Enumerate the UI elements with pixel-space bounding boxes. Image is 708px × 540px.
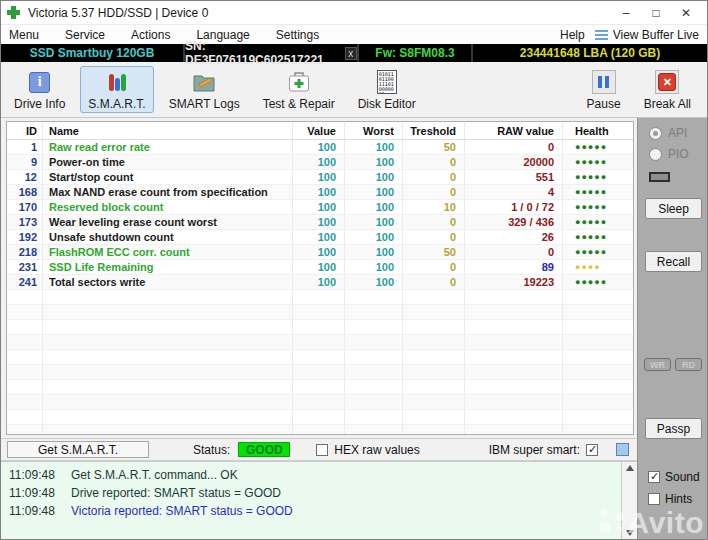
table-row[interactable]: 168Max NAND erase count from specificati… — [7, 185, 633, 200]
cell-raw-value: 89 — [465, 260, 563, 274]
table-row[interactable]: 173Wear leveling erase count worst100100… — [7, 215, 633, 230]
cell-value: 100 — [293, 260, 345, 274]
drive-info-icon — [29, 72, 50, 93]
cell-worst: 100 — [345, 170, 403, 184]
folder-pencil-icon — [191, 69, 217, 95]
empty-table-row — [7, 290, 633, 305]
cell-id: 231 — [7, 260, 43, 274]
close-button[interactable]: ✕ — [671, 6, 701, 20]
cell-id: 192 — [7, 230, 43, 244]
table-row[interactable]: 192Unsafe shutdown count100100026●●●●● — [7, 230, 633, 245]
log-timestamp: 11:09:48 — [1, 486, 55, 500]
sound-checkbox[interactable]: Sound — [648, 470, 700, 484]
cell-treshold: 50 — [403, 140, 465, 154]
pause-button[interactable]: Pause — [579, 66, 629, 113]
pio-radio[interactable]: PIO — [649, 147, 689, 161]
view-buffer-live-button[interactable]: View Buffer Live — [595, 28, 707, 42]
wr-button[interactable]: WR — [644, 358, 671, 371]
maximize-button[interactable]: □ — [641, 6, 671, 20]
table-row[interactable]: 9Power-on time100100020000●●●●● — [7, 155, 633, 170]
smart-button[interactable]: S.M.A.R.T. — [80, 66, 153, 113]
first-aid-icon — [286, 69, 312, 95]
health-dots-icon: ●●●● — [563, 260, 633, 274]
health-dots-icon: ●●●●● — [563, 275, 633, 289]
table-row[interactable]: 241Total sectors write100100019223●●●●● — [7, 275, 633, 290]
smart-logs-button[interactable]: SMART Logs — [161, 66, 248, 113]
cell-raw-value: 0 — [465, 140, 563, 154]
smart-control-bar: Get S.M.A.R.T. Status: GOOD HEX raw valu… — [1, 438, 637, 461]
scroll-up-icon[interactable] — [626, 465, 634, 471]
empty-table-row — [7, 380, 633, 395]
hex-checkbox-box[interactable] — [316, 444, 328, 456]
disk-editor-button[interactable]: 0101101100111010000001 Disk Editor — [350, 66, 424, 113]
health-dots-icon: ●●●●● — [563, 245, 633, 259]
right-sidebar: API PIO Sleep Recall WR RD Passp Sound H… — [637, 118, 707, 539]
cell-id: 12 — [7, 170, 43, 184]
cell-id: 170 — [7, 200, 43, 214]
column-header-name: Name — [43, 122, 293, 139]
column-header-raw-value: RAW value — [465, 122, 563, 139]
ibm-super-smart-checkbox[interactable]: IBM super smart: — [489, 443, 629, 457]
cell-raw-value: 329 / 436 — [465, 215, 563, 229]
menu-bar: MenuServiceActionsLanguageSettings Help … — [1, 25, 707, 44]
log-scrollbar[interactable] — [621, 462, 637, 539]
serial-close-icon[interactable]: x — [345, 47, 357, 60]
log-entry: 11:09:48Get S.M.A.R.T. command... OK — [1, 466, 621, 484]
cell-worst: 100 — [345, 140, 403, 154]
break-all-button[interactable]: Break All — [636, 66, 699, 113]
table-row[interactable]: 170Reserved block count100100101 / 0 / 7… — [7, 200, 633, 215]
menu-item-service[interactable]: Service — [52, 28, 118, 42]
cell-value: 100 — [293, 140, 345, 154]
column-header-value: Value — [293, 122, 345, 139]
cell-value: 100 — [293, 185, 345, 199]
smart-vials-icon — [104, 69, 130, 95]
api-radio[interactable]: API — [649, 126, 687, 140]
title-bar: Victoria 5.37 HDD/SSD | Device 0 – □ ✕ — [1, 1, 707, 25]
scroll-down-icon[interactable] — [626, 530, 634, 536]
menu-item-actions[interactable]: Actions — [118, 28, 183, 42]
break-x-icon — [658, 73, 676, 91]
cell-value: 100 — [293, 230, 345, 244]
empty-table-row — [7, 410, 633, 425]
cell-name: Reserved block count — [43, 200, 293, 214]
binary-document-icon: 0101101100111010000001 — [377, 70, 397, 94]
drive-info-button[interactable]: Drive Info — [6, 66, 73, 113]
empty-table-row — [7, 395, 633, 410]
menu-item-help[interactable]: Help — [550, 28, 595, 42]
table-row[interactable]: 218FlashROM ECC corr. count100100500●●●●… — [7, 245, 633, 260]
cell-value: 100 — [293, 155, 345, 169]
rd-button[interactable]: RD — [675, 358, 702, 371]
cell-name: Start/stop count — [43, 170, 293, 184]
empty-table-row — [7, 320, 633, 335]
drive-info-bar: SSD Smartbuy 120GB SN: DE3F076119C602517… — [1, 44, 707, 62]
empty-table-row — [7, 350, 633, 365]
drive-serial: SN: DE3F076119C602517221 — [185, 39, 338, 67]
cell-value: 100 — [293, 275, 345, 289]
sleep-button[interactable]: Sleep — [645, 198, 702, 219]
table-row[interactable]: 1Raw read error rate100100500●●●●● — [7, 140, 633, 155]
get-smart-button[interactable]: Get S.M.A.R.T. — [7, 441, 149, 458]
sound-checkbox-box[interactable] — [648, 471, 660, 483]
table-row[interactable]: 12Start/stop count1001000551●●●●● — [7, 170, 633, 185]
passp-button[interactable]: Passp — [645, 418, 702, 439]
menu-item-menu[interactable]: Menu — [1, 28, 52, 42]
pio-radio-circle[interactable] — [649, 148, 662, 161]
api-radio-circle[interactable] — [649, 127, 662, 140]
ibm-checkbox-box[interactable] — [586, 444, 598, 456]
empty-table-row — [7, 335, 633, 350]
health-dots-icon: ●●●●● — [563, 155, 633, 169]
recall-button[interactable]: Recall — [645, 251, 702, 272]
minimize-button[interactable]: – — [611, 6, 641, 20]
cell-id: 218 — [7, 245, 43, 259]
test-repair-button[interactable]: Test & Repair — [255, 66, 343, 113]
window-controls: – □ ✕ — [611, 6, 701, 20]
table-row[interactable]: 231SSD Life Remaining100100089●●●● — [7, 260, 633, 275]
log-message: Get S.M.A.R.T. command... OK — [55, 468, 238, 482]
cell-worst: 100 — [345, 215, 403, 229]
cell-treshold: 0 — [403, 230, 465, 244]
cell-name: Max NAND erase count from specification — [43, 185, 293, 199]
health-dots-icon: ●●●●● — [563, 185, 633, 199]
hints-checkbox-box[interactable] — [648, 493, 660, 505]
hex-raw-values-checkbox[interactable]: HEX raw values — [316, 443, 419, 457]
hints-checkbox[interactable]: Hints — [648, 492, 692, 506]
